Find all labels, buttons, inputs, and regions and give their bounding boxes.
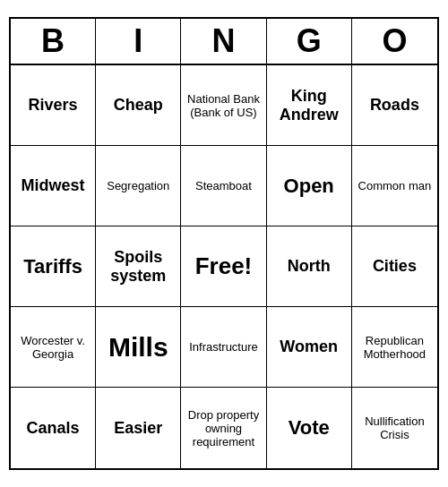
bingo-cell: Free! [181,226,266,307]
bingo-header: BINGO [11,19,437,65]
header-letter: O [352,19,437,64]
bingo-cell: Cheap [96,65,181,146]
bingo-cell: Infrastructure [181,307,266,388]
bingo-cell: Rivers [11,65,96,146]
bingo-cell: National Bank (Bank of US) [181,65,266,146]
bingo-cell: Mills [96,307,181,388]
bingo-grid: RiversCheapNational Bank (Bank of US)Kin… [11,65,437,468]
bingo-cell: Steamboat [181,146,266,226]
bingo-cell: King Andrew [267,65,352,146]
bingo-cell: Spoils system [96,226,181,307]
bingo-cell: Tariffs [11,226,96,307]
header-letter: G [267,19,352,64]
bingo-cell: Segregation [96,146,181,226]
bingo-cell: Easier [96,388,181,468]
bingo-cell: Republican Motherhood [352,307,437,388]
bingo-cell: Cities [352,226,437,307]
bingo-cell: Worcester v. Georgia [11,307,96,388]
header-letter: N [181,19,266,64]
bingo-cell: Open [267,146,352,226]
bingo-cell: Vote [267,388,352,468]
bingo-cell: North [267,226,352,307]
header-letter: B [11,19,96,64]
bingo-cell: Women [267,307,352,388]
bingo-cell: Common man [352,146,437,226]
bingo-cell: Nullification Crisis [352,388,437,468]
bingo-cell: Midwest [11,146,96,226]
header-letter: I [96,19,181,64]
bingo-cell: Drop property owning requirement [181,388,266,468]
bingo-cell: Canals [11,388,96,468]
bingo-card: BINGO RiversCheapNational Bank (Bank of … [9,17,439,470]
bingo-cell: Roads [352,65,437,146]
